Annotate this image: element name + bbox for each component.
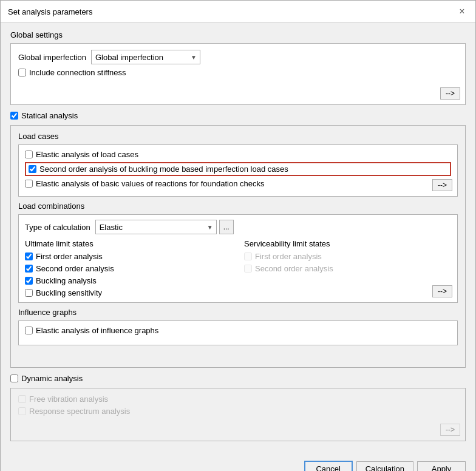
type-of-calc-dropdown[interactable]: Elastic Plastic Nonlinear [95,220,217,234]
free-vibration-row: Free vibration analysis [18,395,458,404]
sls-second-order-checkbox[interactable] [244,265,252,273]
uls-first-order-checkbox[interactable] [25,252,33,260]
response-spectrum-row: Response spectrum analysis [18,407,458,416]
uls-first-order-label[interactable]: First order analysis [36,252,103,261]
uls-second-order-row: Second order analysis [25,264,232,273]
elastic-influence-row: Elastic analysis of influence graphs [25,326,451,335]
global-settings-box: Global imperfection Global imperfection … [10,43,466,105]
elastic-lc-label[interactable]: Elastic analysis of load cases [36,150,138,159]
load-combinations-arrow-button[interactable]: --> [432,285,452,297]
serviceability-limit-states-col: Serviceability limit states First order … [244,239,451,297]
serviceability-limit-states-title: Serviceability limit states [244,239,451,248]
sls-first-order-checkbox[interactable] [244,252,252,260]
statical-analysis-box: Load cases Elastic analysis of load case… [10,125,466,368]
elastic-lc-row: Elastic analysis of load cases [25,150,451,159]
dynamic-analysis-box: Free vibration analysis Response spectru… [10,388,466,441]
response-spectrum-checkbox[interactable] [18,407,26,415]
response-spectrum-label[interactable]: Response spectrum analysis [29,407,130,416]
uls-second-order-checkbox[interactable] [25,265,33,273]
dynamic-analysis-section: Dynamic analysis Free vibration analysis… [10,374,466,441]
limits-container: Ultimate limit states First order analys… [25,239,451,297]
type-of-calc-dropdown-wrapper: Elastic Plastic Nonlinear ▼ [95,220,217,234]
cancel-button[interactable]: Cancel [304,461,353,471]
statical-analysis-section: Statical analysis Load cases Elastic ana… [10,111,466,368]
uls-buckling-checkbox[interactable] [25,277,33,285]
uls-second-order-label[interactable]: Second order analysis [36,264,114,273]
second-order-buckling-row: Second order analysis of buckling mode b… [25,162,451,176]
free-vibration-checkbox[interactable] [18,395,26,403]
elastic-influence-checkbox[interactable] [25,327,33,334]
dialog-body: Global settings Global imperfection Glob… [1,23,475,455]
dialog: Set analysis parameters × Global setting… [0,0,476,471]
sls-first-order-label[interactable]: First order analysis [255,252,322,261]
statical-analysis-header: Statical analysis [10,111,466,120]
uls-first-order-row: First order analysis [25,252,232,261]
global-settings-section: Global settings Global imperfection Glob… [10,30,466,105]
influence-graphs-box: Elastic analysis of influence graphs [18,320,458,345]
dynamic-analysis-checkbox[interactable] [10,374,18,382]
load-combinations-box: Type of calculation Elastic Plastic Nonl… [18,214,458,303]
uls-buckling-sensitivity-row: Buckling sensitivity [25,288,232,297]
dialog-title: Set analysis parameters [8,7,92,16]
second-order-buckling-label[interactable]: Second order analysis of buckling mode b… [39,164,288,174]
elastic-basic-values-label[interactable]: Elastic analysis of basic values of reac… [36,179,264,188]
ultimate-limit-states-title: Ultimate limit states [25,239,232,248]
uls-buckling-row: Buckling analysis [25,276,232,285]
ultimate-limit-states-col: Ultimate limit states First order analys… [25,239,232,297]
load-combinations-label: Load combinations [18,202,458,211]
dynamic-analysis-label[interactable]: Dynamic analysis [21,374,83,383]
elastic-lc-checkbox[interactable] [25,151,33,158]
type-of-calc-ellipsis-button[interactable]: ... [219,220,234,234]
sls-second-order-row: Second order analysis [244,264,451,273]
elastic-basic-values-row: Elastic analysis of basic values of reac… [25,179,451,188]
load-cases-label: Load cases [18,132,458,141]
close-button[interactable]: × [456,5,468,18]
title-bar: Set analysis parameters × [1,1,475,23]
load-cases-arrow-button[interactable]: --> [432,179,452,191]
global-imperfection-dropdown-wrapper: Global imperfection None Custom ▼ [91,50,200,64]
dynamic-analysis-header: Dynamic analysis [10,374,466,383]
type-of-calc-row: Type of calculation Elastic Plastic Nonl… [25,220,451,234]
load-cases-box: Elastic analysis of load cases Second or… [18,144,458,197]
second-order-buckling-checkbox[interactable] [29,165,36,173]
free-vibration-label[interactable]: Free vibration analysis [29,395,108,404]
apply-button[interactable]: Apply [417,461,466,471]
sls-first-order-row: First order analysis [244,252,451,261]
statical-analysis-label[interactable]: Statical analysis [21,111,78,120]
dialog-footer: Cancel Calculation Apply [1,455,475,471]
uls-buckling-sensitivity-label[interactable]: Buckling sensitivity [36,288,102,297]
elastic-influence-label[interactable]: Elastic analysis of influence graphs [36,326,158,335]
global-imperfection-label: Global imperfection [18,53,86,62]
dynamic-analysis-arrow-button[interactable]: --> [440,424,460,436]
sls-second-order-label[interactable]: Second order analysis [255,264,333,273]
elastic-basic-values-checkbox[interactable] [25,180,33,188]
uls-buckling-label[interactable]: Buckling analysis [36,276,97,285]
global-imperfection-row: Global imperfection Global imperfection … [18,50,458,64]
type-of-calc-label: Type of calculation [25,223,90,232]
uls-buckling-sensitivity-checkbox[interactable] [25,289,33,297]
global-imperfection-dropdown[interactable]: Global imperfection None Custom [91,50,200,64]
calculation-button[interactable]: Calculation [356,461,413,471]
include-connection-stiffness-label[interactable]: Include connection stiffness [29,68,126,77]
influence-graphs-label: Influence graphs [18,308,458,317]
include-connection-stiffness-row: Include connection stiffness [18,68,458,77]
global-settings-arrow-button[interactable]: --> [440,87,460,100]
statical-analysis-checkbox[interactable] [10,112,18,120]
global-settings-label: Global settings [10,30,466,39]
include-connection-stiffness-checkbox[interactable] [18,69,26,76]
